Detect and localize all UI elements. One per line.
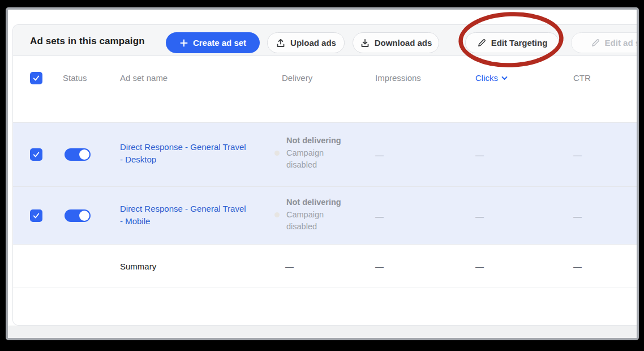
ctr-value: —	[573, 150, 582, 160]
download-ads-label: Download ads	[375, 38, 432, 48]
delivery-status: Not delivering	[286, 135, 360, 147]
ad-sets-table-card: Ad sets in this campaign Create ad set U…	[12, 24, 637, 326]
upload-ads-label: Upload ads	[290, 38, 336, 48]
ctr-value: —	[573, 211, 582, 221]
column-header-delivery[interactable]: Delivery	[282, 73, 312, 83]
check-icon	[32, 212, 40, 220]
summary-row: Summary — — — —	[13, 244, 637, 288]
edit-ad-set-label: Edit ad set	[605, 38, 637, 48]
clicks-header-label: Clicks	[475, 73, 498, 83]
table-row: Direct Response - General Travel - Deskt…	[13, 122, 637, 186]
status-toggle[interactable]	[65, 209, 91, 222]
create-ad-set-label: Create ad set	[193, 38, 246, 48]
check-icon	[32, 74, 40, 82]
summary-delivery-value: —	[285, 262, 294, 271]
delivery-cell: Not delivering Campaign disabled	[286, 135, 360, 172]
select-all-checkbox[interactable]	[30, 72, 42, 84]
summary-impressions-value: —	[375, 262, 384, 271]
toggle-knob	[79, 211, 89, 221]
toggle-knob	[79, 149, 89, 160]
status-toggle[interactable]	[65, 148, 91, 161]
column-header-ad-set-name[interactable]: Ad set name	[120, 73, 168, 83]
chevron-down-icon	[501, 76, 508, 80]
summary-label: Summary	[120, 262, 156, 271]
table-header-row: Status Ad set name Delivery Impressions …	[13, 57, 637, 122]
status-dot-icon	[274, 212, 280, 217]
clicks-value: —	[475, 150, 484, 160]
upload-ads-button[interactable]: Upload ads	[267, 32, 345, 53]
download-ads-button[interactable]: Download ads	[353, 32, 439, 53]
column-header-impressions[interactable]: Impressions	[375, 73, 421, 83]
delivery-status: Not delivering	[286, 196, 360, 209]
pencil-icon	[477, 38, 487, 48]
row-checkbox[interactable]	[30, 209, 42, 222]
column-header-status[interactable]: Status	[63, 73, 87, 83]
clicks-value: —	[475, 211, 484, 221]
ads-manager-window: Ad sets in this campaign Create ad set U…	[6, 7, 639, 340]
impressions-value: —	[375, 150, 384, 160]
toolbar: Ad sets in this campaign Create ad set U…	[13, 25, 637, 56]
row-checkbox[interactable]	[30, 148, 42, 161]
page-title: Ad sets in this campaign	[30, 36, 145, 47]
download-icon	[360, 38, 370, 48]
column-header-ctr[interactable]: CTR	[573, 73, 591, 83]
plus-icon	[179, 38, 188, 48]
ad-set-name-link[interactable]: Direct Response - General Travel - Deskt…	[120, 141, 272, 166]
table-row: Direct Response - General Travel - Mobil…	[13, 186, 637, 244]
delivery-cell: Not delivering Campaign disabled	[286, 196, 360, 233]
edit-targeting-label: Edit Targeting	[491, 38, 548, 48]
edit-targeting-button[interactable]: Edit Targeting	[465, 32, 559, 53]
status-dot-icon	[274, 151, 280, 156]
pencil-icon	[591, 38, 600, 48]
delivery-reason: Campaign disabled	[286, 147, 360, 172]
page-background-strip	[8, 326, 637, 338]
summary-clicks-value: —	[475, 262, 484, 271]
empty-row	[13, 288, 637, 326]
impressions-value: —	[375, 211, 384, 221]
create-ad-set-button[interactable]: Create ad set	[166, 32, 260, 53]
check-icon	[32, 151, 40, 159]
edit-ad-set-button[interactable]: Edit ad set	[571, 32, 637, 53]
upload-icon	[276, 38, 286, 48]
delivery-reason: Campaign disabled	[286, 209, 360, 233]
column-header-clicks[interactable]: Clicks	[475, 73, 508, 83]
summary-ctr-value: —	[573, 262, 582, 271]
ad-set-name-link[interactable]: Direct Response - General Travel - Mobil…	[120, 203, 272, 228]
